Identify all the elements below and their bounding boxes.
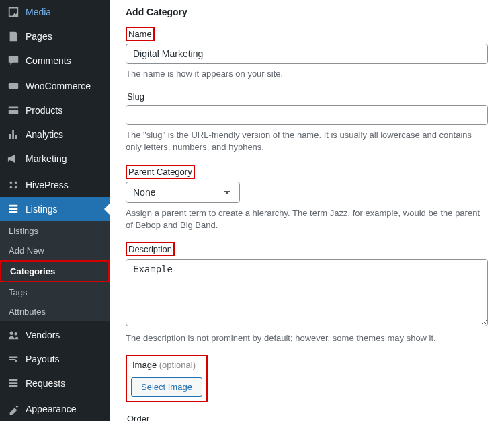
submenu-item-listings[interactable]: Listings xyxy=(0,221,110,241)
hivepress-icon xyxy=(7,178,20,192)
field-image: Image (optional) Select Image xyxy=(126,355,488,402)
sidebar-item-comments[interactable]: Comments xyxy=(0,48,110,73)
products-icon xyxy=(7,104,20,117)
sidebar-item-label: Marketing xyxy=(26,153,67,164)
sidebar-item-label: Appearance xyxy=(26,404,77,414)
submenu-item-categories[interactable]: Categories xyxy=(0,260,110,282)
sidebar-item-label: Vendors xyxy=(26,330,60,340)
sidebar-item-listings[interactable]: Listings xyxy=(0,197,110,221)
description-help: The description is not prominent by defa… xyxy=(126,332,488,344)
main-content: Add Category Name The name is how it app… xyxy=(110,0,504,421)
field-description: Description Example The description is n… xyxy=(126,242,488,344)
sidebar-item-label: Requests xyxy=(26,378,65,389)
requests-icon xyxy=(7,377,20,390)
sidebar-item-woocommerce[interactable]: WooCommerce xyxy=(0,74,110,98)
submenu-item-tags[interactable]: Tags xyxy=(0,282,110,302)
name-description: The name is how it appears on your site. xyxy=(126,68,488,80)
select-image-button[interactable]: Select Image xyxy=(131,377,202,397)
sidebar-item-label: Media xyxy=(26,7,51,17)
sidebar-item-label: HivePress xyxy=(26,180,69,190)
field-slug: Slug The "slug" is the URL-friendly vers… xyxy=(126,91,488,153)
comments-icon xyxy=(7,54,20,67)
woocommerce-icon xyxy=(7,79,20,93)
parent-category-select[interactable]: None xyxy=(126,182,240,203)
submenu-item-attributes[interactable]: Attributes xyxy=(0,302,110,321)
field-order: Order xyxy=(126,413,488,421)
name-input[interactable] xyxy=(126,44,488,64)
sidebar-item-label: Payouts xyxy=(26,354,60,365)
slug-label: Slug xyxy=(126,91,146,102)
listings-icon xyxy=(7,202,20,216)
svg-point-3 xyxy=(10,186,13,188)
svg-point-6 xyxy=(14,332,17,336)
sidebar-item-hivepress[interactable]: HivePress xyxy=(0,173,110,197)
megaphone-icon xyxy=(7,152,20,165)
vendors-icon xyxy=(7,328,20,342)
sidebar-item-requests[interactable]: Requests xyxy=(0,371,110,395)
name-label: Name xyxy=(126,27,155,41)
submenu-item-add-new[interactable]: Add New xyxy=(0,241,110,260)
sidebar-item-vendors[interactable]: Vendors xyxy=(0,323,110,347)
field-name: Name The name is how it appears on your … xyxy=(126,27,488,80)
sidebar-item-label: Analytics xyxy=(26,129,63,140)
svg-point-1 xyxy=(10,181,13,184)
admin-sidebar: Media Pages Comments WooCommerce Product… xyxy=(0,0,110,421)
sidebar-item-label: Pages xyxy=(26,31,52,42)
sidebar-item-analytics[interactable]: Analytics xyxy=(0,122,110,147)
sidebar-item-marketing[interactable]: Marketing xyxy=(0,147,110,171)
slug-input[interactable] xyxy=(126,105,488,125)
sidebar-item-appearance[interactable]: Appearance xyxy=(0,397,110,421)
parent-category-description: Assign a parent term to create a hierarc… xyxy=(126,207,488,231)
parent-category-label: Parent Category xyxy=(126,165,195,179)
field-parent-category: Parent Category None Assign a parent ter… xyxy=(126,165,488,231)
svg-point-5 xyxy=(10,331,13,334)
svg-point-2 xyxy=(15,181,17,184)
appearance-icon xyxy=(7,402,20,416)
media-icon xyxy=(7,5,20,19)
sidebar-item-products[interactable]: Products xyxy=(0,98,110,122)
listings-submenu: Listings Add New Categories Tags Attribu… xyxy=(0,221,110,321)
pages-icon xyxy=(7,30,20,43)
sidebar-item-label: Products xyxy=(26,105,62,116)
page-title: Add Category xyxy=(126,7,488,17)
sidebar-item-label: Listings xyxy=(26,204,57,215)
sidebar-item-label: Comments xyxy=(26,55,71,66)
slug-description: The "slug" is the URL-friendly version o… xyxy=(126,129,488,153)
sidebar-item-payouts[interactable]: Payouts xyxy=(0,347,110,371)
svg-point-4 xyxy=(15,186,17,188)
svg-rect-0 xyxy=(9,83,18,89)
order-label: Order xyxy=(126,413,151,421)
sidebar-item-media[interactable]: Media xyxy=(0,0,110,24)
image-label: Image (optional) xyxy=(131,359,197,371)
payouts-icon xyxy=(7,352,20,366)
sidebar-item-pages[interactable]: Pages xyxy=(0,24,110,48)
analytics-icon xyxy=(7,128,20,141)
description-label: Description xyxy=(126,242,175,256)
description-textarea[interactable]: Example xyxy=(126,259,488,326)
sidebar-item-label: WooCommerce xyxy=(26,81,91,91)
